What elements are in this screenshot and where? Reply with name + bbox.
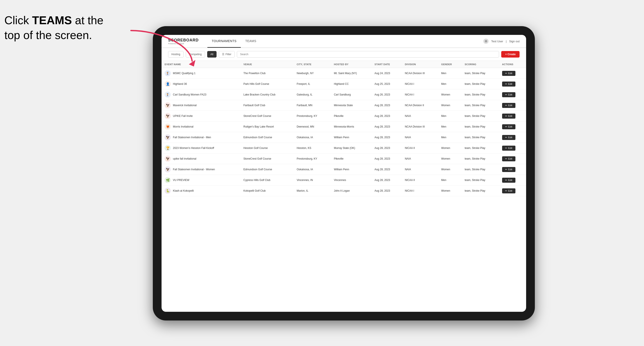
city-state-cell-10: Vincennes, IN	[294, 175, 331, 185]
table-row: 🦅 Fall Statesmen Invitational - Women Ed…	[162, 164, 526, 175]
instruction-bold: TEAMS	[32, 14, 72, 27]
actions-cell-8: ✏ Edit	[499, 154, 526, 164]
hosted-by-cell-3: Minnesota State	[331, 100, 371, 111]
table-row: 🏌 Carl Sandburg Women FA23 Lake Bracken …	[162, 89, 526, 100]
division-cell-8: NAIA	[402, 154, 438, 164]
event-logo-6: 🦅	[164, 134, 171, 140]
create-button[interactable]: + Create	[501, 51, 520, 58]
scoring-cell-8: team, Stroke Play	[462, 154, 499, 164]
nav-tabs: TOURNAMENTS TEAMS	[208, 35, 483, 48]
event-logo-7: 🏆	[164, 145, 171, 151]
gender-cell-5: Men	[438, 121, 462, 132]
edit-button-6[interactable]: ✏ Edit	[502, 135, 516, 140]
gender-cell-3: Women	[438, 100, 462, 111]
gender-cell-1: Men	[438, 79, 462, 89]
edit-button-10[interactable]: ✏ Edit	[502, 178, 516, 183]
table-row: 🏌 MSMC Qualifying 1 The Powelton Club Ne…	[162, 68, 526, 79]
event-name-cell-7: 🏆 2023 Women's Hesston Fall Kickoff	[162, 143, 240, 154]
start-date-cell-0: Aug 24, 2023	[372, 68, 402, 79]
edit-button-5[interactable]: ✏ Edit	[502, 124, 516, 129]
arrow-indicator	[114, 26, 201, 71]
start-date-cell-5: Aug 28, 2023	[372, 121, 402, 132]
filter-button[interactable]: ☰ Filter	[219, 51, 235, 58]
division-cell-5: NCAA Division III	[402, 121, 438, 132]
hosted-by-cell-1: Highland CC	[331, 79, 371, 89]
division-cell-0: NCAA Division III	[402, 68, 438, 79]
sign-out-link[interactable]: Sign out	[509, 40, 520, 43]
tournaments-table: EVENT NAME VENUE CITY, STATE HOSTED BY S…	[162, 61, 526, 196]
venue-cell-3: Faribault Golf Club	[240, 100, 294, 111]
start-date-cell-3: Aug 28, 2023	[372, 100, 402, 111]
start-date-cell-1: Aug 25, 2023	[372, 79, 402, 89]
edit-button-11[interactable]: ✏ Edit	[502, 188, 516, 193]
gender-cell-0: Men	[438, 68, 462, 79]
event-logo-4: 🦅	[164, 113, 171, 119]
event-name-cell-11: 🐍 Klash at Kokopelli	[162, 185, 240, 196]
gender-cell-4: Men	[438, 111, 462, 121]
edit-pencil-icon-3: ✏	[505, 104, 507, 107]
edit-button-4[interactable]: ✏ Edit	[502, 114, 516, 119]
edit-pencil-icon-4: ✏	[505, 115, 507, 118]
edit-pencil-icon-10: ✏	[505, 179, 507, 181]
actions-cell-0: ✏ Edit	[499, 68, 526, 79]
edit-button-9[interactable]: ✏ Edit	[502, 167, 516, 172]
edit-button-1[interactable]: ✏ Edit	[502, 82, 516, 87]
tab-teams[interactable]: TEAMS	[241, 35, 261, 48]
user-name: Test User	[491, 40, 503, 43]
venue-cell-8: StoneCrest Golf Course	[240, 154, 294, 164]
event-name-11: Klash at Kokopelli	[173, 189, 194, 192]
edit-label-6: Edit	[508, 136, 512, 139]
edit-label-9: Edit	[508, 168, 512, 171]
event-name-0: MSMC Qualifying 1	[173, 72, 196, 75]
city-state-cell-4: Prestonsburg, KY	[294, 111, 331, 121]
event-name-3: Maverick Invitational	[173, 104, 197, 107]
actions-cell-10: ✏ Edit	[499, 175, 526, 185]
event-name-cell-6: 🦅 Fall Statesmen Invitational - Men	[162, 132, 240, 143]
all-filter-button[interactable]: All	[207, 51, 216, 58]
edit-button-0[interactable]: ✏ Edit	[502, 71, 516, 76]
city-state-cell-7: Hesston, KS	[294, 143, 331, 154]
gender-cell-7: Women	[438, 143, 462, 154]
search-input[interactable]	[237, 51, 499, 58]
division-cell-1: NICAA I	[402, 79, 438, 89]
edit-button-3[interactable]: ✏ Edit	[502, 103, 516, 108]
edit-pencil-icon-9: ✏	[505, 168, 507, 171]
start-date-cell-4: Aug 28, 2023	[372, 111, 402, 121]
scoring-cell-6: team, Stroke Play	[462, 132, 499, 143]
tablet-frame: SCOREBOARD Powered by clippit TOURNAMENT…	[153, 26, 535, 321]
edit-label-1: Edit	[508, 83, 512, 85]
scoring-cell-0: team, Stroke Play	[462, 68, 499, 79]
nav-bar: SCOREBOARD Powered by clippit TOURNAMENT…	[162, 35, 526, 48]
edit-label-10: Edit	[508, 179, 512, 181]
event-name-1: Highland 36	[173, 82, 187, 85]
table-row: 👤 Highland 36 Park Hills Golf Course Fre…	[162, 79, 526, 89]
edit-label-3: Edit	[508, 104, 512, 107]
event-name-9: Fall Statesmen Invitational - Women	[173, 168, 215, 171]
event-logo-1: 👤	[164, 81, 171, 87]
tab-tournaments[interactable]: TOURNAMENTS	[208, 35, 241, 48]
edit-button-2[interactable]: ✏ Edit	[502, 92, 516, 97]
edit-button-8[interactable]: ✏ Edit	[502, 156, 516, 161]
filter-icon: ☰	[222, 53, 224, 56]
settings-icon[interactable]: ⚙	[483, 39, 488, 44]
division-cell-6: NAIA	[402, 132, 438, 143]
table-row: 🏆 2023 Women's Hesston Fall Kickoff Hess…	[162, 143, 526, 154]
gender-cell-10: Men	[438, 175, 462, 185]
edit-button-7[interactable]: ✏ Edit	[502, 146, 516, 151]
city-state-cell-5: Deerwood, MN	[294, 121, 331, 132]
event-logo-9: 🦅	[164, 166, 171, 173]
actions-cell-9: ✏ Edit	[499, 164, 526, 175]
division-cell-10: NICAA II	[402, 175, 438, 185]
start-date-cell-8: Aug 28, 2023	[372, 154, 402, 164]
event-name-4: UPIKE Fall Invite	[173, 115, 193, 118]
scoring-cell-5: team, Stroke Play	[462, 121, 499, 132]
event-logo-8: 🦅	[164, 156, 171, 162]
gender-cell-8: Women	[438, 154, 462, 164]
actions-cell-7: ✏ Edit	[499, 143, 526, 154]
hosted-by-cell-5: Minnesota-Morris	[331, 121, 371, 132]
edit-pencil-icon-7: ✏	[505, 147, 507, 150]
table-row: 🦊 Morris Invitational Ruttger's Bay Lake…	[162, 121, 526, 132]
hosted-by-cell-0: Mt. Saint Mary (NY)	[331, 68, 371, 79]
hosted-by-cell-10: Vincennes	[331, 175, 371, 185]
col-division: DIVISION	[402, 61, 438, 68]
